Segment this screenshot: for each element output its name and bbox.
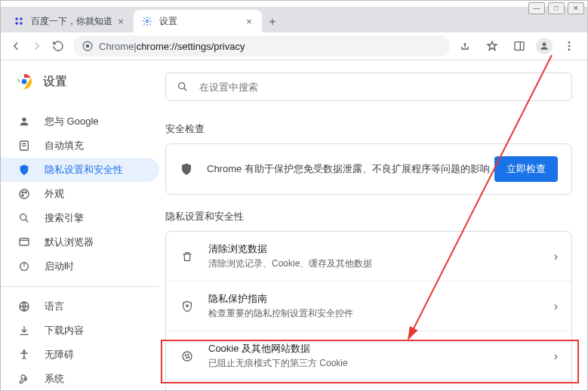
row-title: 清除浏览数据 <box>208 242 554 256</box>
tab-title: 设置 <box>159 15 244 28</box>
shield-gear-icon <box>180 300 195 312</box>
svg-point-2 <box>15 22 18 25</box>
shield-icon <box>17 163 31 177</box>
settings-search[interactable] <box>165 72 572 101</box>
svg-point-40 <box>188 356 189 357</box>
svg-line-34 <box>184 88 187 91</box>
svg-point-33 <box>179 83 185 89</box>
row-title: Cookie 及其他网站数据 <box>208 342 554 356</box>
sidebar-item-you-and-google[interactable]: 您与 Google <box>1 109 159 134</box>
sidebar-label: 下载内容 <box>45 324 84 337</box>
privacy-list: 清除浏览数据 清除浏览记录、Cookie、缓存及其他数据 › 隐私保护指南 检查… <box>165 231 572 391</box>
address-bar[interactable]: Chrome | chrome://settings/privacy <box>73 35 450 57</box>
row-subtitle: 清除浏览记录、Cookie、缓存及其他数据 <box>208 257 554 270</box>
sidebar-item-downloads[interactable]: 下载内容 <box>1 319 159 343</box>
sidebar-item-system[interactable]: 系统 <box>1 367 159 391</box>
section-privacy-label: 隐私设置和安全性 <box>165 210 587 223</box>
sidebar-label: 隐私设置和安全性 <box>45 163 123 177</box>
svg-point-16 <box>22 79 26 84</box>
sidebar-label: 启动时 <box>45 260 74 273</box>
sidebar-item-privacy[interactable]: 隐私设置和安全性 <box>1 158 159 182</box>
tab-baidu[interactable]: 百度一下，你就知道 × <box>5 10 134 32</box>
svg-point-36 <box>183 352 192 361</box>
new-tab-button[interactable]: + <box>262 11 283 32</box>
window-controls: — □ ✕ <box>525 2 584 14</box>
sidebar-item-appearance[interactable]: 外观 <box>1 182 159 206</box>
sidebar: 您与 Google 自动填充 隐私设置和安全性 外观 搜索引擎 默认浏览器 <box>1 103 159 391</box>
share-icon[interactable] <box>454 35 476 57</box>
svg-point-10 <box>568 42 571 44</box>
sidebar-label: 系统 <box>45 372 64 386</box>
check-now-button[interactable]: 立即检查 <box>494 156 558 182</box>
row-title: 隐私保护指南 <box>208 292 554 306</box>
wrench-icon <box>17 372 31 386</box>
sidebar-item-autofill[interactable]: 自动填充 <box>1 134 159 158</box>
chevron-right-icon: › <box>554 300 558 313</box>
left-column: 设置 您与 Google 自动填充 隐私设置和安全性 外观 搜索引擎 <box>1 60 159 391</box>
svg-point-37 <box>185 355 186 356</box>
forward-button[interactable] <box>26 35 48 57</box>
sidebar-label: 您与 Google <box>45 115 99 128</box>
profile-avatar[interactable] <box>536 38 553 54</box>
sidebar-item-default-browser[interactable]: 默认浏览器 <box>1 230 159 254</box>
sidebar-label: 外观 <box>45 187 64 201</box>
svg-point-9 <box>543 42 546 46</box>
svg-point-0 <box>15 17 18 20</box>
svg-point-11 <box>568 45 571 48</box>
tab-strip: 百度一下，你就知道 × 设置 × + <box>1 7 587 32</box>
accessibility-icon <box>17 348 31 362</box>
svg-point-35 <box>186 305 189 307</box>
tab-settings[interactable]: 设置 × <box>134 10 262 32</box>
power-icon <box>17 260 31 273</box>
svg-point-39 <box>186 357 187 358</box>
svg-point-21 <box>20 189 29 199</box>
chevron-right-icon: › <box>554 349 558 363</box>
sidebar-divider <box>1 286 159 287</box>
sidebar-item-languages[interactable]: 语言 <box>1 294 159 319</box>
main-panel: 安全检查 Chrome 有助于保护您免受数据泄露、不良扩展程序等问题的影响 立即… <box>159 60 587 391</box>
toolbar: Chrome | chrome://settings/privacy <box>1 32 587 60</box>
sidebar-item-search-engine[interactable]: 搜索引擎 <box>1 206 159 230</box>
svg-point-22 <box>22 192 23 193</box>
browser-icon <box>17 236 31 249</box>
sidebar-label: 语言 <box>45 300 64 313</box>
star-icon[interactable] <box>482 35 503 57</box>
settings-search-input[interactable] <box>198 81 561 94</box>
autofill-icon <box>17 139 31 152</box>
svg-point-1 <box>20 17 23 20</box>
url-path: chrome://settings/privacy <box>137 41 245 52</box>
sidebar-item-accessibility[interactable]: 无障碍 <box>1 343 159 367</box>
side-panel-icon[interactable] <box>509 35 530 57</box>
shield-check-icon <box>180 162 195 176</box>
back-button[interactable] <box>5 35 26 57</box>
sidebar-label: 搜索引擎 <box>45 211 84 225</box>
window-minimize[interactable]: — <box>528 2 545 14</box>
row-security[interactable]: 安全 安全浏览（保护您免受危险网站的侵害）和其他安全设置 › <box>166 381 571 391</box>
chrome-logo-icon <box>16 73 32 90</box>
svg-rect-7 <box>515 42 524 51</box>
svg-line-26 <box>26 220 29 223</box>
url-prefix: Chrome <box>99 41 134 52</box>
sidebar-item-startup[interactable]: 启动时 <box>1 254 159 279</box>
svg-point-38 <box>188 354 189 355</box>
baidu-favicon-icon <box>13 15 25 27</box>
svg-point-25 <box>20 214 26 220</box>
window-maximize[interactable]: □ <box>548 2 565 14</box>
svg-point-24 <box>22 195 23 196</box>
trash-icon <box>180 251 195 263</box>
safety-banner: Chrome 有助于保护您免受数据泄露、不良扩展程序等问题的影响 立即检查 <box>166 144 571 194</box>
svg-rect-27 <box>20 239 29 245</box>
svg-point-4 <box>146 20 149 23</box>
reload-button[interactable] <box>48 35 69 57</box>
sidebar-label: 默认浏览器 <box>45 236 94 249</box>
tab-close-icon[interactable]: × <box>115 16 126 26</box>
menu-icon[interactable] <box>559 35 580 57</box>
safety-check-card: Chrome 有助于保护您免受数据泄露、不良扩展程序等问题的影响 立即检查 <box>165 143 572 195</box>
row-subtitle: 检查重要的隐私控制设置和安全控件 <box>208 307 554 320</box>
svg-point-32 <box>23 350 26 353</box>
tab-close-icon[interactable]: × <box>244 16 254 26</box>
row-clear-browsing-data[interactable]: 清除浏览数据 清除浏览记录、Cookie、缓存及其他数据 › <box>166 232 571 282</box>
row-privacy-guide[interactable]: 隐私保护指南 检查重要的隐私控制设置和安全控件 › <box>166 282 571 331</box>
row-cookies[interactable]: Cookie 及其他网站数据 已阻止无痕模式下的第三方 Cookie › <box>166 331 571 381</box>
window-close[interactable]: ✕ <box>568 2 584 14</box>
